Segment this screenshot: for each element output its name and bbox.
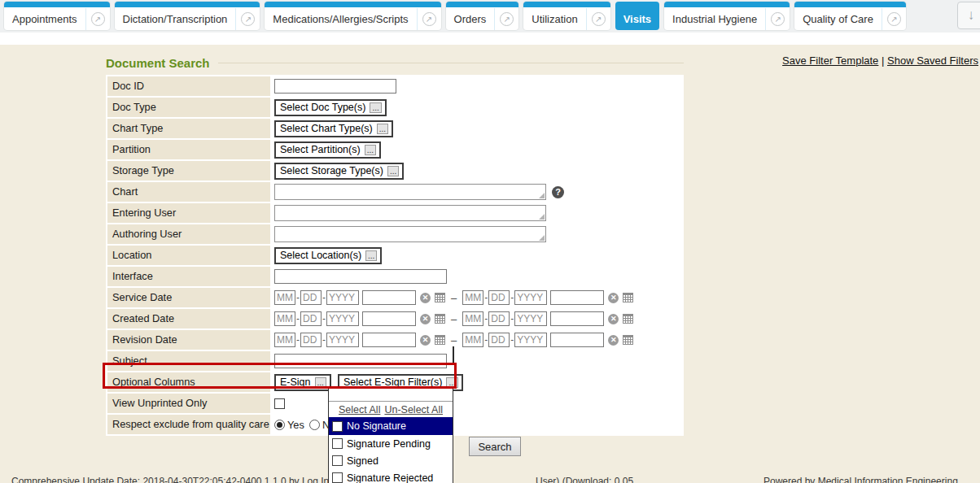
show-saved-filters-link[interactable]: Show Saved Filters [887, 54, 978, 67]
created-date-from-year-input[interactable] [326, 311, 359, 326]
button-label: Select E-Sign Filter(s) [343, 376, 443, 388]
popout-icon[interactable]: ↗ [91, 12, 105, 26]
select-doc-type-button[interactable]: Select Doc Type(s) ... [274, 99, 387, 116]
calendar-icon[interactable] [623, 314, 633, 324]
field-label: Entering User [107, 203, 270, 223]
clear-icon[interactable]: ✕ [420, 293, 431, 303]
unselect-all-link[interactable]: Un-Select All [384, 404, 443, 416]
tab-medications-allergies-scripts[interactable]: Medications/Allergies/Scripts ↗ [265, 2, 440, 30]
date-hyphen: - [484, 313, 488, 324]
popout-icon[interactable]: ↗ [771, 12, 785, 26]
link-separator: | [882, 54, 884, 67]
calendar-icon[interactable] [435, 314, 445, 324]
service-date-from-day-input[interactable] [300, 290, 322, 305]
tab-label: Visits [615, 8, 659, 30]
respect-yes-radio[interactable] [274, 420, 285, 430]
tab-quality-of-care[interactable]: Quality of Care ↗ [794, 2, 906, 30]
resize-grip-icon[interactable] [539, 235, 545, 241]
tab-utilization[interactable]: Utilization ↗ [523, 2, 610, 30]
form-rows: Doc ID Doc Type Select Doc Type(s) ... C… [106, 75, 684, 436]
revision-date-from-day-input[interactable] [300, 333, 322, 347]
created-date-to-year-input[interactable] [514, 311, 547, 326]
search-button[interactable]: Search [469, 437, 521, 456]
created-date-from-month-input[interactable] [274, 311, 295, 326]
created-date-from-day-input[interactable] [300, 311, 322, 326]
popout-icon[interactable]: ↗ [500, 12, 514, 26]
popout-icon[interactable]: ↗ [422, 12, 436, 26]
tab-dictation-transcription[interactable]: Dictation/Transcription ↗ [115, 2, 260, 30]
service-date-from-month-input[interactable] [274, 290, 295, 305]
tab-appointments[interactable]: Appointments ↗ [4, 2, 110, 30]
resize-grip-icon[interactable] [539, 214, 545, 220]
service-date-from-year-input[interactable] [326, 290, 359, 305]
date-hyphen: - [484, 292, 488, 303]
resize-grip-icon[interactable] [539, 193, 545, 198]
tab-visits[interactable]: Visits [615, 2, 659, 30]
subject-input[interactable] [274, 354, 447, 368]
calendar-icon[interactable] [435, 335, 445, 345]
tab-industrial-hygiene[interactable]: Industrial Hygiene ↗ [664, 2, 790, 30]
authoring-user-input[interactable] [274, 226, 546, 242]
option-checkbox[interactable] [332, 472, 343, 483]
select-partition-button[interactable]: Select Partition(s) ... [274, 141, 381, 159]
calendar-icon[interactable] [623, 293, 633, 302]
dropdown-option-signature-rejected[interactable]: Signature Rejected [329, 469, 453, 483]
field-label: Interface [107, 267, 270, 286]
revision-date-to-month-input[interactable] [462, 333, 483, 347]
clear-icon[interactable]: ✕ [420, 314, 431, 324]
calendar-icon[interactable] [623, 335, 633, 345]
created-date-to-day-input[interactable] [488, 311, 510, 326]
tab-divider [882, 8, 882, 30]
save-filter-template-link[interactable]: Save Filter Template [782, 54, 878, 67]
popout-icon[interactable]: ↗ [241, 12, 255, 26]
service-date-to-year-input[interactable] [514, 290, 547, 305]
revision-date-to-year-input[interactable] [514, 333, 547, 347]
view-unprinted-checkbox[interactable] [274, 398, 285, 409]
row-doc-id: Doc ID [107, 76, 682, 96]
option-checkbox[interactable] [332, 438, 343, 449]
revision-date-from-input[interactable] [362, 333, 416, 347]
option-checkbox[interactable] [332, 455, 343, 466]
select-location-button[interactable]: Select Location(s) ... [274, 247, 382, 264]
row-partition: Partition Select Partition(s) ... [107, 140, 682, 159]
dropdown-option-no-signature[interactable]: No Signature [329, 417, 453, 435]
clear-icon[interactable]: ✕ [608, 293, 619, 303]
created-date-to-input[interactable] [550, 311, 604, 326]
clear-icon[interactable]: ✕ [608, 314, 619, 324]
popout-icon[interactable]: ↗ [887, 12, 901, 26]
row-doc-type: Doc Type Select Doc Type(s) ... [107, 98, 682, 117]
service-date-to-input[interactable] [550, 290, 604, 305]
option-checkbox[interactable] [332, 421, 343, 432]
select-storage-type-button[interactable]: Select Storage Type(s) ... [274, 163, 404, 180]
page-title: Document Search [106, 56, 210, 70]
service-date-to-month-input[interactable] [462, 290, 483, 305]
dropdown-option-signature-pending[interactable]: Signature Pending [329, 435, 453, 452]
service-date-to-day-input[interactable] [488, 290, 510, 305]
doc-id-input[interactable] [274, 79, 396, 94]
tab-label: Quality of Care [794, 8, 882, 30]
interface-input[interactable] [274, 269, 447, 284]
scroll-down-button[interactable]: ↓ [957, 2, 980, 29]
respect-no-radio[interactable] [309, 420, 320, 430]
select-chart-type-button[interactable]: Select Chart Type(s) ... [274, 120, 393, 137]
created-date-to-month-input[interactable] [462, 311, 483, 326]
clear-icon[interactable]: ✕ [608, 335, 619, 346]
dropdown-option-signed[interactable]: Signed [329, 452, 453, 469]
chart-input[interactable] [274, 184, 546, 200]
option-label: Signature Rejected [347, 472, 433, 483]
tab-orders[interactable]: Orders ↗ [446, 2, 519, 30]
popout-icon[interactable]: ↗ [592, 12, 606, 26]
esign-button[interactable]: E-Sign ... [274, 374, 331, 391]
created-date-from-input[interactable] [362, 311, 416, 326]
button-label: Select Doc Type(s) [280, 102, 365, 113]
revision-date-to-day-input[interactable] [488, 333, 510, 347]
service-date-from-input[interactable] [362, 290, 416, 305]
revision-date-from-month-input[interactable] [274, 333, 295, 347]
help-icon[interactable]: ? [552, 186, 564, 198]
revision-date-to-input[interactable] [550, 333, 604, 347]
calendar-icon[interactable] [435, 293, 445, 302]
entering-user-input[interactable] [274, 205, 546, 221]
select-all-link[interactable]: Select All [339, 404, 380, 416]
revision-date-from-year-input[interactable] [326, 333, 359, 347]
clear-icon[interactable]: ✕ [420, 335, 431, 346]
